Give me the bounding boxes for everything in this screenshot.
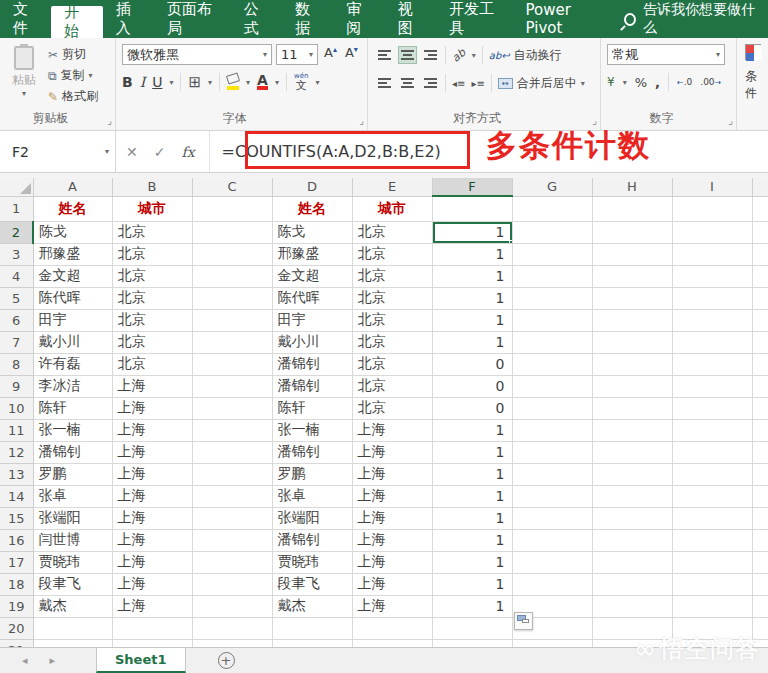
- cell-A21[interactable]: [33, 639, 112, 647]
- grow-font-button[interactable]: A▴: [322, 44, 339, 65]
- cell-H5[interactable]: [592, 287, 672, 309]
- cell-C14[interactable]: [192, 485, 272, 507]
- align-left-button[interactable]: [376, 75, 393, 91]
- cell-E18[interactable]: 上海: [352, 573, 432, 595]
- column-header-G[interactable]: G: [512, 178, 592, 196]
- ribbon-tab-视图[interactable]: 视图: [385, 0, 436, 38]
- cell-A10[interactable]: 陈轩: [33, 397, 112, 419]
- row-header-19[interactable]: 19: [0, 595, 33, 617]
- cell-G4[interactable]: [512, 265, 592, 287]
- cell-C4[interactable]: [192, 265, 272, 287]
- row-header-6[interactable]: 6: [0, 309, 33, 331]
- cell-I11[interactable]: [672, 419, 752, 441]
- cell-F18[interactable]: 1: [432, 573, 512, 595]
- cell-F19[interactable]: 1: [432, 595, 512, 617]
- select-all-corner[interactable]: [0, 178, 33, 196]
- cell-G10[interactable]: [512, 397, 592, 419]
- cell-D8[interactable]: 潘锦钊: [272, 353, 352, 375]
- cell-D10[interactable]: 陈轩: [272, 397, 352, 419]
- cell-F6[interactable]: 1: [432, 309, 512, 331]
- cell-F5[interactable]: 1: [432, 287, 512, 309]
- ribbon-tab-公式[interactable]: 公式: [231, 0, 282, 38]
- cell-C12[interactable]: [192, 441, 272, 463]
- cell-I7[interactable]: [672, 331, 752, 353]
- cell-I8[interactable]: [672, 353, 752, 375]
- cell-E13[interactable]: 上海: [352, 463, 432, 485]
- cell-I16[interactable]: [672, 529, 752, 551]
- row-header-14[interactable]: 14: [0, 485, 33, 507]
- cell-F16[interactable]: 1: [432, 529, 512, 551]
- cell-G21[interactable]: [512, 639, 592, 647]
- cell-C13[interactable]: [192, 463, 272, 485]
- cell-H9[interactable]: [592, 375, 672, 397]
- cell-E2[interactable]: 北京: [352, 221, 432, 243]
- cell-I6[interactable]: [672, 309, 752, 331]
- cell-C16[interactable]: [192, 529, 272, 551]
- conditional-formatting-button[interactable]: 条件: [737, 38, 768, 130]
- align-middle-button[interactable]: [399, 47, 416, 63]
- cell-I1[interactable]: [672, 196, 752, 221]
- cell-A16[interactable]: 闫世博: [33, 529, 112, 551]
- cell-B8[interactable]: 北京: [112, 353, 192, 375]
- cell-B1[interactable]: 城市: [112, 196, 192, 221]
- column-header-E[interactable]: E: [352, 178, 432, 196]
- cell-A1[interactable]: 姓名: [33, 196, 112, 221]
- cell-E8[interactable]: 北京: [352, 353, 432, 375]
- cell-B2[interactable]: 北京: [112, 221, 192, 243]
- ribbon-tab-审阅[interactable]: 审阅: [333, 0, 384, 38]
- cell-B21[interactable]: [112, 639, 192, 647]
- fill-color-button[interactable]: [227, 74, 239, 90]
- cell-H19[interactable]: [592, 595, 672, 617]
- cell-G5[interactable]: [512, 287, 592, 309]
- font-family-combobox[interactable]: 微软雅黑▾: [122, 44, 272, 65]
- paste-dropdown-icon[interactable]: ▾: [6, 89, 42, 98]
- cell-E9[interactable]: 北京: [352, 375, 432, 397]
- cell-H15[interactable]: [592, 507, 672, 529]
- fill-handle[interactable]: [509, 240, 513, 244]
- cell-I14[interactable]: [672, 485, 752, 507]
- cell-C1[interactable]: [192, 196, 272, 221]
- cell-B16[interactable]: 上海: [112, 529, 192, 551]
- cell-H6[interactable]: [592, 309, 672, 331]
- cancel-button[interactable]: ✕: [126, 144, 138, 160]
- cell-E19[interactable]: 上海: [352, 595, 432, 617]
- cell-H3[interactable]: [592, 243, 672, 265]
- italic-button[interactable]: I: [140, 74, 146, 90]
- cell-A6[interactable]: 田宇: [33, 309, 112, 331]
- cell-F14[interactable]: 1: [432, 485, 512, 507]
- cell-B19[interactable]: 上海: [112, 595, 192, 617]
- cell-H1[interactable]: [592, 196, 672, 221]
- cell-F17[interactable]: 1: [432, 551, 512, 573]
- align-bottom-button[interactable]: [422, 47, 439, 63]
- cell-E7[interactable]: 北京: [352, 331, 432, 353]
- cell-G6[interactable]: [512, 309, 592, 331]
- cell-F4[interactable]: 1: [432, 265, 512, 287]
- row-header-10[interactable]: 10: [0, 397, 33, 419]
- cell-A17[interactable]: 贾晓玮: [33, 551, 112, 573]
- copy-button[interactable]: ⧉复制▾: [48, 67, 98, 84]
- cell-E5[interactable]: 北京: [352, 287, 432, 309]
- cell-C6[interactable]: [192, 309, 272, 331]
- cell-D6[interactable]: 田宇: [272, 309, 352, 331]
- cell-H10[interactable]: [592, 397, 672, 419]
- cell-B7[interactable]: 北京: [112, 331, 192, 353]
- cell-B11[interactable]: 上海: [112, 419, 192, 441]
- row-header-5[interactable]: 5: [0, 287, 33, 309]
- cell-D14[interactable]: 张卓: [272, 485, 352, 507]
- cell-D21[interactable]: [272, 639, 352, 647]
- prev-sheet-button[interactable]: ◂: [22, 654, 28, 667]
- bold-button[interactable]: B: [122, 74, 133, 90]
- cell-I10[interactable]: [672, 397, 752, 419]
- cell-E20[interactable]: [352, 617, 432, 639]
- cell-B14[interactable]: 上海: [112, 485, 192, 507]
- cell-B17[interactable]: 上海: [112, 551, 192, 573]
- cell-F12[interactable]: 1: [432, 441, 512, 463]
- cell-A12[interactable]: 潘锦钊: [33, 441, 112, 463]
- ribbon-tab-文件[interactable]: 文件: [0, 0, 51, 38]
- cell-F9[interactable]: 0: [432, 375, 512, 397]
- cell-C20[interactable]: [192, 617, 272, 639]
- insert-function-button[interactable]: fx: [181, 144, 194, 160]
- number-format-combobox[interactable]: 常规▾: [607, 44, 725, 65]
- cell-I12[interactable]: [672, 441, 752, 463]
- cell-C17[interactable]: [192, 551, 272, 573]
